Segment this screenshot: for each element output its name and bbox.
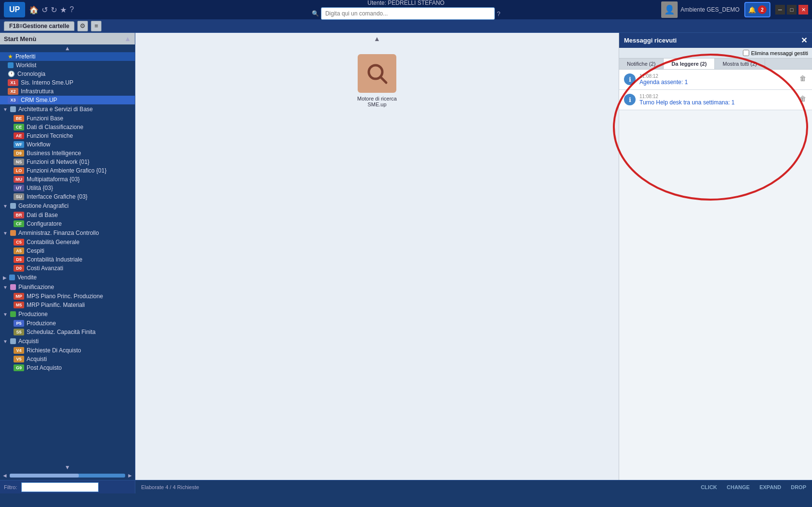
- top-bar-left: UP 🏠 ↺ ↻ ★ ?: [4, 2, 74, 17]
- sidebar-cat-finanza[interactable]: ▼ Amministraz. Finanza Controllo: [0, 228, 135, 238]
- tab-da-leggere[interactable]: Da leggere (2): [664, 58, 715, 69]
- help-icon[interactable]: ?: [70, 5, 74, 14]
- notification-button[interactable]: 🔔 2: [744, 2, 770, 17]
- sidebar-scroll-down[interactable]: ▼: [0, 464, 135, 471]
- sidebar-item-be[interactable]: BE Funzioni Base: [0, 114, 135, 123]
- message-item-1: ℹ 11:08:12 Agenda assente: 1 🗑: [619, 70, 812, 90]
- ae-label: Funzioni Tecniche: [27, 132, 73, 139]
- msg-delete-2[interactable]: 🗑: [798, 94, 807, 103]
- list-icon-btn[interactable]: ≡: [91, 21, 102, 31]
- msg-text-1[interactable]: Agenda assente: 1: [639, 79, 795, 86]
- sidebar-item-p5[interactable]: P5 Produzione: [0, 319, 135, 328]
- search-help-icon[interactable]: ?: [497, 10, 500, 17]
- settings-icon-btn[interactable]: ⚙: [77, 21, 88, 31]
- action-drop[interactable]: DROP: [791, 484, 806, 490]
- sidebar-item-wf[interactable]: WF Workflow: [0, 140, 135, 149]
- sidebar-item-a5[interactable]: A5 Cespiti: [0, 246, 135, 255]
- sidebar-item-d0[interactable]: D0 Costi Avanzati: [0, 264, 135, 273]
- hscroll-bar[interactable]: [10, 474, 125, 478]
- close-button[interactable]: ✕: [798, 5, 808, 14]
- sidebar-item-preferiti[interactable]: ★ Preferiti: [0, 52, 135, 61]
- hscroll-right-icon[interactable]: ►: [127, 472, 133, 479]
- sidebar-item-m5[interactable]: M5 MRP Pianific. Materiali: [0, 301, 135, 309]
- arch-label: Architettura e Servizi di Base: [18, 106, 93, 113]
- br-label: Dati di Base: [27, 212, 58, 218]
- action-expand[interactable]: EXPAND: [759, 484, 781, 490]
- sidebar-cat-anagrafici[interactable]: ▼ Gestione Anagrafici: [0, 201, 135, 211]
- sidebar-scroll-up[interactable]: ▲: [0, 44, 135, 52]
- sidebar-item-ut[interactable]: UT Utilità {03}: [0, 184, 135, 192]
- sidebar-item-g9[interactable]: G9 Post Acquisto: [0, 363, 135, 372]
- acq-label: Acquisti: [18, 338, 39, 345]
- m5-badge: M5: [14, 302, 24, 308]
- msg-text-2[interactable]: Turno Help desk tra una settimana: 1: [639, 99, 795, 106]
- user-area: 👤 Ambiente GES_DEMO: [661, 1, 740, 18]
- sidebar-item-c5[interactable]: C5 Contabilità Generale: [0, 238, 135, 246]
- filter-input[interactable]: [21, 482, 99, 492]
- elimina-checkbox[interactable]: [743, 50, 749, 56]
- sidebar-item-su[interactable]: SU Interfacce Grafiche {03}: [0, 192, 135, 201]
- sidebar-item-x1[interactable]: X1 Sis. Interno Sme.UP: [0, 78, 135, 87]
- acq-dot: [10, 338, 16, 344]
- sidebar-item-mu[interactable]: MU Multipiattaforma {03}: [0, 175, 135, 184]
- sidebar-cat-architettura[interactable]: ▼ Architettura e Servizi di Base: [0, 104, 135, 114]
- f18-tab[interactable]: F18=Gestione cartelle: [4, 21, 74, 31]
- messages-close-button[interactable]: ✕: [801, 36, 807, 45]
- sidebar-item-x2[interactable]: X2 Infrastruttura: [0, 87, 135, 96]
- logo-button[interactable]: UP: [4, 2, 25, 17]
- prod-dot: [10, 311, 16, 317]
- mp-label: MPS Piano Princ. Produzione: [27, 293, 103, 300]
- sidebar-item-d5[interactable]: D5 Contabilità Industriale: [0, 255, 135, 264]
- a5-badge: A5: [14, 247, 24, 254]
- action-change[interactable]: CHANGE: [727, 484, 750, 490]
- search-input[interactable]: [321, 7, 495, 20]
- redo-icon[interactable]: ↻: [51, 5, 57, 14]
- home-icon[interactable]: 🏠: [29, 5, 39, 14]
- lo-badge: LO: [14, 167, 24, 174]
- expand-icon-2: ▼: [3, 203, 8, 209]
- sidebar-item-s5[interactable]: S5 Schedulaz. Capacità Finita: [0, 328, 135, 336]
- sidebar-item-ae[interactable]: AE Funzioni Tecniche: [0, 131, 135, 140]
- sidebar-item-d9[interactable]: D9 Business Intelligence: [0, 149, 135, 158]
- msg-delete-1[interactable]: 🗑: [798, 73, 807, 83]
- fin-label: Amministraz. Finanza Controllo: [18, 230, 99, 236]
- sidebar-item-v5[interactable]: V5 Acquisti: [0, 355, 135, 363]
- sidebar-cat-vendite[interactable]: ▶ Vendite: [0, 273, 135, 282]
- sidebar-cat-produzione[interactable]: ▼ Produzione: [0, 309, 135, 319]
- sidebar-item-v4[interactable]: V4 Richieste Di Acquisto: [0, 346, 135, 355]
- sidebar-cat-pianificazione[interactable]: ▼ Pianificazione: [0, 282, 135, 292]
- filter-bar: Filtro:: [0, 480, 135, 493]
- minimize-button[interactable]: ─: [775, 5, 785, 14]
- tab-mostra-tutti[interactable]: Mostra tutti (2): [715, 58, 765, 69]
- sidebar-collapse-icon[interactable]: ▲: [124, 35, 131, 43]
- undo-icon[interactable]: ↺: [42, 5, 48, 14]
- sidebar-item-br[interactable]: BR Dati di Base: [0, 211, 135, 219]
- sidebar-cat-acquisti[interactable]: ▼ Acquisti: [0, 336, 135, 346]
- app-tile-motore[interactable]: Motore di ricercaSME.up: [357, 54, 397, 107]
- bottom-bar: Elaborate 4 / 4 Richieste CLICK CHANGE E…: [135, 480, 812, 493]
- sidebar-item-mp[interactable]: MP MPS Piano Princ. Produzione: [0, 292, 135, 301]
- pian-dot: [10, 284, 16, 290]
- nav-icons: 🏠 ↺ ↻ ★ ?: [29, 5, 74, 14]
- sidebar-item-ce[interactable]: CE Dati di Classificazione: [0, 123, 135, 131]
- content-area: ▲ Motore di ricercaSME.up: [135, 33, 619, 480]
- sidebar-item-cf[interactable]: CF Configuratore: [0, 219, 135, 228]
- sidebar-item-worklist[interactable]: Worklist: [0, 61, 135, 70]
- favorites-icon[interactable]: ★: [60, 5, 67, 14]
- sidebar-item-lo[interactable]: LO Funzioni Ambiente Grafico {01}: [0, 166, 135, 175]
- action-click[interactable]: CLICK: [701, 484, 717, 490]
- be-label: Funzioni Base: [27, 115, 63, 122]
- restore-button[interactable]: □: [787, 5, 797, 14]
- msg-time-2: 11:08:12: [639, 94, 795, 99]
- msg-content-2: 11:08:12 Turno Help desk tra una settima…: [639, 94, 795, 106]
- sidebar-item-cronologia[interactable]: 🕐 Cronologia: [0, 70, 135, 78]
- tab-notifiche[interactable]: Notifiche (2): [619, 58, 664, 69]
- search-icon: 🔍: [312, 10, 319, 17]
- sidebar-item-ns[interactable]: NS Funzioni di Network {01}: [0, 158, 135, 166]
- messages-list: ℹ 11:08:12 Agenda assente: 1 🗑 ℹ 11:08:: [619, 70, 812, 480]
- s5-label: Schedulaz. Capacità Finita: [27, 329, 96, 335]
- expand-icon-3: ▼: [3, 231, 8, 236]
- hscroll-left-icon[interactable]: ◄: [2, 472, 8, 479]
- content-scroll-up[interactable]: ▲: [135, 33, 619, 44]
- sidebar-item-x3[interactable]: X3 CRM Sme.UP: [0, 96, 135, 104]
